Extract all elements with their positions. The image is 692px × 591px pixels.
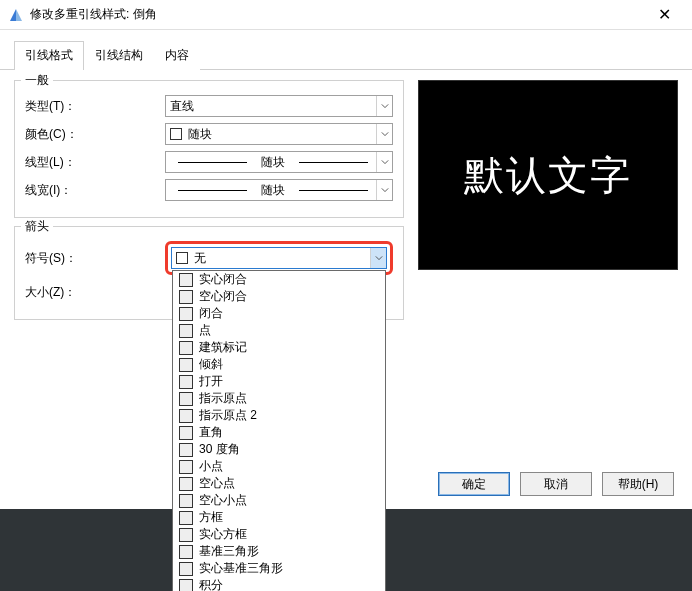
- combo-linetype[interactable]: 随块: [165, 151, 393, 173]
- arrowhead-icon: [179, 358, 193, 372]
- symbol-option-label: 点: [199, 322, 211, 339]
- row-color: 颜色(C)： 随块: [25, 123, 393, 145]
- combo-lineweight[interactable]: 随块: [165, 179, 393, 201]
- symbol-option[interactable]: 空心小点: [173, 492, 385, 509]
- arrowhead-icon: [179, 545, 193, 559]
- arrowhead-icon: [179, 511, 193, 525]
- row-symbol: 符号(S)： 无 实心闭合空心闭合闭合点建筑标记倾斜打开指示原点指示原点 2直角…: [25, 241, 393, 275]
- arrowhead-icon: [179, 443, 193, 457]
- symbol-dropdown[interactable]: 实心闭合空心闭合闭合点建筑标记倾斜打开指示原点指示原点 2直角30 度角小点空心…: [172, 270, 386, 591]
- titlebar: 修改多重引线样式: 倒角 ✕: [0, 0, 692, 30]
- symbol-option-label: 实心方框: [199, 526, 247, 543]
- symbol-option-label: 基准三角形: [199, 543, 259, 560]
- symbol-option-label: 闭合: [199, 305, 223, 322]
- color-swatch-icon: [170, 128, 182, 140]
- group-general-title: 一般: [21, 72, 53, 89]
- label-type: 类型(T)：: [25, 98, 165, 115]
- tab-leader-structure[interactable]: 引线结构: [84, 41, 154, 70]
- symbol-option-label: 指示原点 2: [199, 407, 257, 424]
- content-area: 一般 类型(T)： 直线 颜色(C)： 随块: [0, 70, 692, 338]
- symbol-option-label: 建筑标记: [199, 339, 247, 356]
- group-arrow: 箭头 符号(S)： 无 实心闭合空心闭合闭合点建筑标记倾斜打开指示原点指示原点 …: [14, 226, 404, 320]
- symbol-option-label: 空心小点: [199, 492, 247, 509]
- arrowhead-icon: [179, 494, 193, 508]
- symbol-option-label: 打开: [199, 373, 223, 390]
- preview-panel: 默认文字: [418, 80, 678, 270]
- arrowhead-icon: [179, 273, 193, 287]
- symbol-option[interactable]: 实心闭合: [173, 271, 385, 288]
- symbol-option-label: 实心基准三角形: [199, 560, 283, 577]
- row-lineweight: 线宽(I)： 随块: [25, 179, 393, 201]
- window-title: 修改多重引线样式: 倒角: [30, 6, 644, 23]
- line-sample-icon: [299, 162, 368, 163]
- arrowhead-icon: [179, 528, 193, 542]
- row-linetype: 线型(L)： 随块: [25, 151, 393, 173]
- arrowhead-icon: [179, 290, 193, 304]
- symbol-option[interactable]: 空心点: [173, 475, 385, 492]
- arrowhead-icon: [179, 426, 193, 440]
- combo-type-value: 直线: [170, 98, 376, 115]
- line-sample-icon: [178, 190, 247, 191]
- arrowhead-icon: [179, 562, 193, 576]
- symbol-option-label: 指示原点: [199, 390, 247, 407]
- symbol-option[interactable]: 实心方框: [173, 526, 385, 543]
- symbol-option-label: 倾斜: [199, 356, 223, 373]
- arrowhead-icon: [179, 409, 193, 423]
- symbol-option[interactable]: 基准三角形: [173, 543, 385, 560]
- none-swatch-icon: [176, 252, 188, 264]
- symbol-option-label: 空心闭合: [199, 288, 247, 305]
- app-icon: [8, 7, 24, 23]
- label-color: 颜色(C)：: [25, 126, 165, 143]
- ok-button[interactable]: 确定: [438, 472, 510, 496]
- symbol-option[interactable]: 直角: [173, 424, 385, 441]
- close-button[interactable]: ✕: [644, 0, 684, 30]
- symbol-option[interactable]: 积分: [173, 577, 385, 591]
- symbol-option-label: 直角: [199, 424, 223, 441]
- symbol-option[interactable]: 打开: [173, 373, 385, 390]
- symbol-option[interactable]: 实心基准三角形: [173, 560, 385, 577]
- symbol-option[interactable]: 闭合: [173, 305, 385, 322]
- label-size: 大小(Z)：: [25, 284, 165, 301]
- symbol-option[interactable]: 小点: [173, 458, 385, 475]
- tab-content[interactable]: 内容: [154, 41, 200, 70]
- combo-type[interactable]: 直线: [165, 95, 393, 117]
- form-column: 一般 类型(T)： 直线 颜色(C)： 随块: [14, 80, 404, 328]
- combo-symbol-value: 无: [176, 250, 370, 267]
- arrowhead-icon: [179, 307, 193, 321]
- symbol-option[interactable]: 指示原点: [173, 390, 385, 407]
- combo-color-value: 随块: [170, 126, 376, 143]
- arrowhead-icon: [179, 341, 193, 355]
- symbol-option[interactable]: 30 度角: [173, 441, 385, 458]
- symbol-option-label: 30 度角: [199, 441, 240, 458]
- tab-leader-format[interactable]: 引线格式: [14, 41, 84, 70]
- tab-strip: 引线格式 引线结构 内容: [0, 30, 692, 70]
- arrowhead-icon: [179, 460, 193, 474]
- symbol-option[interactable]: 点: [173, 322, 385, 339]
- chevron-down-icon: [376, 124, 392, 144]
- arrowhead-icon: [179, 392, 193, 406]
- cancel-button[interactable]: 取消: [520, 472, 592, 496]
- combo-color[interactable]: 随块: [165, 123, 393, 145]
- help-button[interactable]: 帮助(H): [602, 472, 674, 496]
- combo-symbol[interactable]: 无 实心闭合空心闭合闭合点建筑标记倾斜打开指示原点指示原点 2直角30 度角小点…: [171, 247, 387, 269]
- combo-linetype-value: 随块: [170, 154, 376, 171]
- combo-lineweight-value: 随块: [170, 182, 376, 199]
- symbol-option[interactable]: 指示原点 2: [173, 407, 385, 424]
- preview-column: 默认文字: [418, 80, 678, 328]
- arrowhead-icon: [179, 477, 193, 491]
- symbol-option[interactable]: 方框: [173, 509, 385, 526]
- symbol-option-label: 小点: [199, 458, 223, 475]
- chevron-down-icon: [376, 152, 392, 172]
- line-sample-icon: [178, 162, 247, 163]
- arrowhead-icon: [179, 579, 193, 592]
- symbol-option[interactable]: 倾斜: [173, 356, 385, 373]
- symbol-option-label: 实心闭合: [199, 271, 247, 288]
- group-arrow-title: 箭头: [21, 218, 53, 235]
- symbol-option[interactable]: 建筑标记: [173, 339, 385, 356]
- label-lineweight: 线宽(I)：: [25, 182, 165, 199]
- line-sample-icon: [299, 190, 368, 191]
- chevron-down-icon: [370, 248, 386, 268]
- highlight-annotation: 无 实心闭合空心闭合闭合点建筑标记倾斜打开指示原点指示原点 2直角30 度角小点…: [165, 241, 393, 275]
- symbol-option[interactable]: 空心闭合: [173, 288, 385, 305]
- row-type: 类型(T)： 直线: [25, 95, 393, 117]
